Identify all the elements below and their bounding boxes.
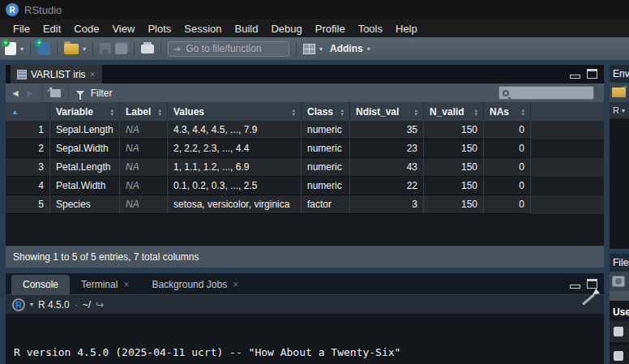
r-version-label: R 4.5.0 [38, 299, 70, 310]
save-icon[interactable] [100, 43, 111, 54]
new-file-dropdown-icon[interactable]: ▾ [20, 45, 24, 53]
new-project-icon[interactable] [37, 42, 50, 55]
menu-tools[interactable]: Tools [352, 23, 389, 35]
cell-values: setosa, versicolor, virginica [168, 195, 302, 214]
row-filler [531, 195, 604, 214]
environment-pane-header[interactable]: Environment [610, 65, 629, 83]
open-in-new-window-icon[interactable] [50, 89, 61, 97]
cell-variable: Species [50, 195, 120, 214]
cell-n-valid: 150 [424, 121, 484, 139]
viewer-search-input[interactable] [498, 86, 594, 100]
environment-scope-select[interactable]: R ▾ [610, 102, 629, 118]
environment-toolbar [610, 83, 629, 102]
menu-help[interactable]: Help [389, 23, 424, 35]
r-version-icon[interactable]: R [12, 298, 25, 311]
header-n-valid[interactable]: N_valid▴▾ [424, 102, 484, 121]
minimize-pane-icon[interactable] [570, 285, 580, 289]
close-icon[interactable]: × [233, 279, 238, 290]
maximize-pane-icon[interactable] [587, 279, 597, 289]
tab-terminal[interactable]: Terminal × [70, 275, 140, 294]
cell-variable: Sepal.Length [50, 121, 120, 139]
console-pane: Console Terminal × Background Jobs × R ▾… [6, 273, 604, 364]
clear-console-icon[interactable] [582, 294, 595, 306]
print-icon[interactable] [141, 45, 154, 54]
header-label[interactable]: Label▴▾ [120, 102, 168, 121]
table-row: 4 Petal.Width NA 0.1, 0.2, 0.3, ..., 2.5… [6, 177, 604, 195]
cell-values: 0.1, 0.2, 0.3, ..., 2.5 [168, 177, 302, 195]
toolbar-separator [160, 41, 161, 56]
menu-debug[interactable]: Debug [264, 23, 308, 35]
menu-session[interactable]: Session [178, 23, 228, 35]
menu-file[interactable]: File [6, 23, 36, 35]
separator-dot: · [75, 299, 78, 310]
tab-background-jobs[interactable]: Background Jobs × [140, 275, 250, 294]
cell-label: NA [120, 195, 168, 214]
addins-dropdown-icon[interactable]: ▾ [367, 45, 370, 53]
filter-button[interactable]: Filter [91, 88, 113, 99]
r-version-dropdown-icon[interactable]: ▾ [30, 301, 33, 308]
goto-file-function-input[interactable]: ➔ Go to file/function [168, 41, 289, 57]
menu-plots[interactable]: Plots [141, 23, 178, 35]
close-icon[interactable]: × [123, 279, 129, 290]
header-values[interactable]: Values▴▾ [168, 102, 302, 121]
main-toolbar: ▾ ▾ ➔ Go to file/function ▾ Addins ▾ [0, 37, 629, 61]
files-pane-header[interactable]: Files [610, 254, 629, 272]
menu-code[interactable]: Code [67, 23, 105, 35]
close-icon[interactable]: × [90, 69, 96, 80]
file-list-item[interactable] [610, 321, 629, 342]
addins-button[interactable]: Addins [330, 43, 363, 54]
minimize-pane-icon[interactable] [570, 75, 580, 79]
cell-ndist-val: 23 [350, 139, 424, 158]
table-row: 2 Sepal.Width NA 2, 2.2, 2.3, ..., 4.4 n… [6, 139, 604, 158]
toolbar-separator [42, 86, 43, 101]
variables-table: ▲ Variable▴▾ Label▴▾ Values▴▾ Class▴▾ Nd… [6, 102, 604, 214]
go-to-directory-icon[interactable]: ↪ [96, 299, 104, 310]
console-tab-bar: Console Terminal × Background Jobs × [6, 273, 604, 294]
cell-variable: Sepal.Width [50, 139, 120, 158]
file-list-item[interactable] [610, 345, 629, 364]
tab-varlist-iris[interactable]: VARLIST iris × [11, 65, 102, 84]
tab-console[interactable]: Console [11, 275, 70, 294]
open-file-dropdown-icon[interactable]: ▾ [83, 45, 86, 53]
terminal-tab-label: Terminal [81, 279, 118, 290]
working-directory-label: ~/ [83, 299, 91, 310]
viewer-tab-label: VARLIST iris [31, 69, 86, 80]
new-file-icon[interactable] [5, 42, 16, 55]
open-file-icon[interactable] [64, 44, 79, 54]
header-class[interactable]: Class▴▾ [302, 102, 350, 121]
row-filler [531, 158, 604, 177]
menu-profile[interactable]: Profile [309, 23, 352, 35]
cell-nas: 0 [484, 195, 531, 214]
pane-layout-dropdown-icon[interactable]: ▾ [319, 45, 323, 53]
table-row: 1 Sepal.Length NA 4.3, 4.4, 4.5, ..., 7.… [6, 121, 604, 139]
file-checkbox[interactable] [614, 327, 623, 336]
back-arrow-icon[interactable]: ◄ [11, 88, 20, 99]
cell-ndist-val: 3 [350, 195, 424, 214]
forward-arrow-icon[interactable]: ► [25, 88, 35, 99]
files-pane: Files Users [610, 254, 629, 364]
menu-build[interactable]: Build [229, 23, 265, 35]
import-dataset-icon[interactable] [612, 88, 626, 97]
cell-nas: 0 [484, 139, 531, 158]
cell-values: 1, 1.1, 1.2, ..., 6.9 [168, 158, 302, 177]
toolbar-separator [92, 41, 93, 56]
cell-variable: Petal.Width [50, 177, 120, 195]
header-ndist-val[interactable]: Ndist_val▴▾ [350, 102, 424, 121]
menu-view[interactable]: View [105, 23, 141, 35]
toolbar-separator [30, 41, 31, 56]
header-nas[interactable]: NAs▴▾ [484, 102, 531, 121]
goto-arrow-icon: ➔ [173, 44, 181, 54]
filter-icon[interactable] [76, 91, 84, 96]
maximize-pane-icon[interactable] [587, 69, 597, 79]
cell-nas: 0 [484, 177, 531, 195]
file-checkbox[interactable] [614, 351, 623, 361]
toolbar-separator [134, 41, 135, 56]
save-all-icon[interactable] [115, 43, 127, 54]
menu-edit[interactable]: Edit [36, 23, 67, 35]
new-folder-icon[interactable] [612, 276, 625, 287]
header-rownum[interactable]: ▲ [6, 102, 50, 121]
rstudio-logo-icon: R [6, 3, 19, 16]
cell-values: 2, 2.2, 2.3, ..., 4.4 [168, 139, 302, 158]
header-variable[interactable]: Variable▴▾ [50, 102, 120, 121]
pane-layout-icon[interactable] [303, 44, 315, 54]
